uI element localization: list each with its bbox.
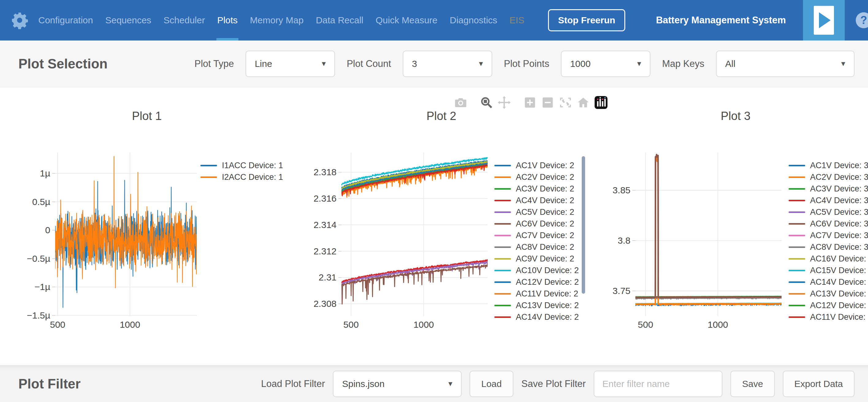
load-plot-filter-label: Load Plot Filter — [261, 378, 325, 390]
nav-item-eis[interactable]: EIS — [508, 0, 525, 40]
load-button[interactable]: Load — [470, 371, 514, 397]
load-filter-select[interactable]: Spins.json ▼ — [333, 371, 462, 397]
legend-item[interactable]: AC2V Device: 2 — [494, 172, 580, 182]
nav-item-quick-measure[interactable]: Quick Measure — [375, 0, 439, 40]
legend-label: AC14V Device: 2 — [516, 312, 579, 322]
legend-item[interactable]: I1ACC Device: 1 — [200, 160, 283, 171]
plot-type-select[interactable]: Line▼ — [246, 51, 335, 77]
legend-line-swatch — [494, 316, 511, 318]
modebar-zoom-out-icon[interactable] — [541, 96, 554, 109]
legend-line-swatch — [200, 176, 217, 178]
legend-item[interactable]: AC12V Device: 2 — [494, 277, 580, 287]
help-icon[interactable]: ? — [856, 12, 868, 28]
plot-points-label: Plot Points — [504, 58, 549, 69]
plot-selection-bar: Plot Selection Plot TypeLine▼Plot Count3… — [0, 40, 868, 87]
legend-line-swatch — [494, 281, 511, 283]
legend-item[interactable]: I2ACC Device: 1 — [200, 172, 283, 182]
plot-filter-heading: Plot Filter — [19, 376, 81, 392]
legend-label: AC1V Device: 2 — [516, 161, 575, 170]
save-plot-filter-label: Save Plot Filter — [521, 378, 586, 390]
modebar-zoom-in-icon[interactable] — [524, 96, 536, 109]
plot-chart-2[interactable]: 50010002.3182.3162.3142.3122.312.308 — [296, 150, 491, 335]
legend-line-swatch — [494, 188, 511, 190]
legend-item[interactable]: AC12V Device: — [788, 300, 868, 311]
svg-text:1000: 1000 — [413, 319, 434, 329]
play-button[interactable] — [803, 0, 845, 40]
legend-item[interactable]: AC11V Device: 2 — [494, 288, 580, 299]
legend-item[interactable]: AC8V Device: 2 — [494, 242, 580, 252]
legend-item[interactable]: AC2V Device: 3 — [788, 172, 868, 182]
legend-item[interactable]: AC14V Device: — [788, 277, 868, 287]
legend-label: AC12V Device: — [810, 301, 866, 310]
plot-count-select[interactable]: 3▼ — [403, 51, 492, 77]
legend-item[interactable]: AC3V Device: 3 — [788, 183, 868, 194]
svg-text:−1µ: −1µ — [35, 282, 51, 292]
modebar-pan-icon[interactable] — [498, 96, 510, 109]
legend-item[interactable]: AC4V Device: 2 — [494, 195, 580, 206]
nav-item-data-recall[interactable]: Data Recall — [315, 0, 364, 40]
legend-item[interactable]: AC5V Device: 3 — [788, 207, 868, 217]
plot-title-1: Plot 1 — [86, 110, 208, 123]
save-button[interactable]: Save — [731, 371, 775, 397]
modebar-camera-icon[interactable] — [454, 96, 467, 109]
plot-selection-heading: Plot Selection — [19, 56, 107, 71]
legend-item[interactable]: AC1V Device: 2 — [494, 160, 580, 171]
legend-item[interactable]: AC11V Device: — [788, 312, 868, 322]
svg-text:2.318: 2.318 — [314, 167, 337, 177]
legend-label: AC7V Device: 3 — [810, 231, 868, 240]
legend-item[interactable]: AC1V Device: 3 — [788, 160, 868, 171]
plot-type-label: Plot Type — [195, 58, 234, 69]
settings-gear-icon[interactable] — [10, 11, 29, 29]
filter-name-input[interactable] — [594, 371, 722, 397]
load-filter-value: Spins.json — [342, 379, 384, 389]
svg-text:3.75: 3.75 — [613, 286, 630, 296]
legend-item[interactable]: AC9V Device: 2 — [494, 254, 580, 264]
legend-item[interactable]: AC10V Device: 2 — [494, 265, 580, 276]
legend-label: I1ACC Device: 1 — [222, 161, 283, 170]
legend-label: AC15V Device: — [810, 266, 866, 275]
legend-item[interactable]: AC16V Device: — [788, 254, 868, 264]
legend-line-swatch — [788, 293, 805, 295]
legend-item[interactable]: AC4V Device: 3 — [788, 195, 868, 206]
legend-label: AC8V Device: 3 — [810, 242, 868, 252]
nav-item-plots[interactable]: Plots — [216, 0, 239, 40]
stop-freerun-button[interactable]: Stop Freerun — [548, 9, 626, 31]
legend-item[interactable]: AC14V Device: 2 — [494, 312, 580, 322]
legend-scrollbar[interactable] — [582, 156, 585, 294]
legend-label: AC5V Device: 2 — [516, 207, 575, 217]
legend-item[interactable]: AC6V Device: 3 — [788, 219, 868, 229]
nav-item-memory-map[interactable]: Memory Map — [249, 0, 304, 40]
svg-text:500: 500 — [50, 319, 65, 329]
legend-item[interactable]: AC6V Device: 2 — [494, 219, 580, 229]
legend-line-swatch — [494, 270, 511, 271]
plot-chart-1[interactable]: 50010001µ0.5µ0−0.5µ−1µ−1.5µ — [9, 150, 200, 335]
nav-item-scheduler[interactable]: Scheduler — [163, 0, 206, 40]
legend-item[interactable]: AC5V Device: 2 — [494, 207, 580, 217]
plot-points-select[interactable]: 1000▼ — [561, 51, 650, 77]
svg-text:2.312: 2.312 — [314, 246, 337, 256]
legend-label: AC13V Device: 2 — [516, 301, 579, 310]
legend-item[interactable]: AC7V Device: 2 — [494, 230, 580, 240]
modebar-zoom-icon[interactable] — [480, 96, 493, 109]
legend-item[interactable]: AC7V Device: 3 — [788, 230, 868, 240]
plot-type-value: Line — [255, 59, 272, 69]
map-keys-select[interactable]: All▼ — [716, 51, 855, 77]
modebar-plotly-logo-icon[interactable] — [595, 96, 608, 109]
modebar-autoscale-icon[interactable] — [559, 96, 572, 109]
legend-line-swatch — [788, 247, 805, 248]
nav-item-diagnostics[interactable]: Diagnostics — [449, 0, 498, 40]
nav-item-configuration[interactable]: Configuration — [37, 0, 94, 40]
svg-text:2.316: 2.316 — [314, 193, 337, 203]
modebar-reset-home-icon[interactable] — [577, 96, 590, 109]
nav-item-sequences[interactable]: Sequences — [104, 0, 152, 40]
legend-item[interactable]: AC8V Device: 3 — [788, 242, 868, 252]
legend-item[interactable]: AC3V Device: 2 — [494, 183, 580, 194]
chevron-down-icon: ▼ — [447, 380, 454, 388]
legend-label: AC4V Device: 3 — [810, 196, 868, 205]
legend-item[interactable]: AC13V Device: 2 — [494, 300, 580, 311]
legend-item[interactable]: AC13V Device: — [788, 288, 868, 299]
map-keys-label: Map Keys — [662, 58, 704, 69]
legend-item[interactable]: AC15V Device: — [788, 265, 868, 276]
plot-chart-3[interactable]: 50010003.853.83.75 — [589, 150, 785, 335]
export-data-button[interactable]: Export Data — [783, 371, 855, 397]
